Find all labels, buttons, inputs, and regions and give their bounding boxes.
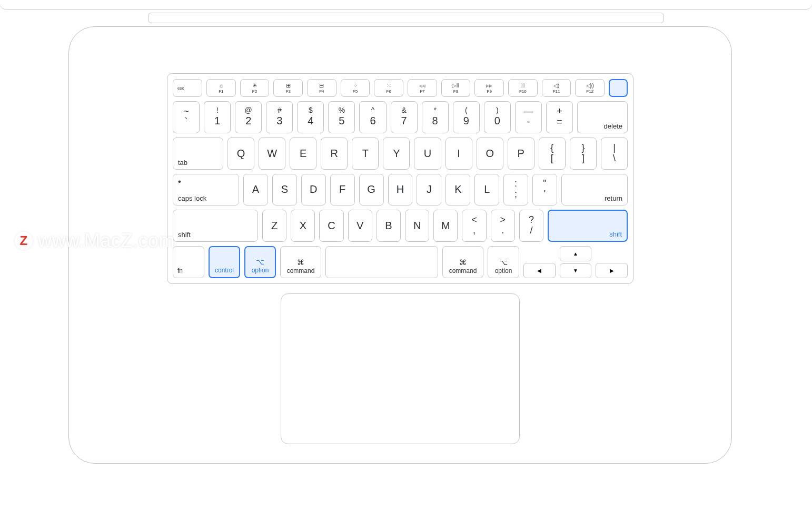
key-e[interactable]: E — [290, 138, 316, 170]
key-bracket-left[interactable]: {[ — [539, 138, 566, 170]
key-z[interactable]: Z — [262, 210, 286, 242]
key-command-left[interactable]: ⌘command — [280, 246, 321, 278]
key-2[interactable]: @2 — [235, 101, 262, 133]
key-comma[interactable]: <, — [462, 210, 486, 242]
key-3[interactable]: #3 — [266, 101, 293, 133]
key-7[interactable]: &7 — [391, 101, 418, 133]
key-control[interactable]: control — [209, 246, 240, 278]
speaker-grille-right — [637, 77, 650, 283]
key-f10[interactable]: ◁⃠F10 — [508, 79, 538, 97]
key-delete[interactable]: delete — [577, 101, 628, 133]
key-command-right[interactable]: ⌘command — [442, 246, 483, 278]
key-y[interactable]: Y — [383, 138, 410, 170]
key-label: F3 — [286, 89, 291, 94]
key-bracket-right[interactable]: }] — [570, 138, 597, 170]
key-spacebar[interactable] — [325, 246, 438, 278]
keyboard: esc ☼F1 ☀F2 ⊞F3 ⊟F4 ⁘F5 ⁙F6 ◃◃F7 ▷IIF8 ▹… — [167, 73, 633, 284]
key-o[interactable]: O — [477, 138, 503, 170]
key-f8[interactable]: ▷IIF8 — [441, 79, 471, 97]
key-shift-left[interactable]: shift — [173, 210, 258, 242]
key-slash[interactable]: ?/ — [519, 210, 543, 242]
key-f11[interactable]: ◁)F11 — [542, 79, 571, 97]
key-label: F8 — [453, 89, 458, 94]
key-q[interactable]: Q — [227, 138, 254, 170]
key-s[interactable]: S — [272, 174, 297, 206]
fast-forward-icon: ▹▹ — [486, 83, 492, 89]
brightness-up-icon: ☀ — [252, 83, 258, 89]
key-h[interactable]: H — [388, 174, 413, 206]
key-r[interactable]: R — [321, 138, 348, 170]
key-f7[interactable]: ◃◃F7 — [408, 79, 437, 97]
key-m[interactable]: M — [433, 210, 458, 242]
key-label: shift — [178, 231, 191, 238]
key-j[interactable]: J — [417, 174, 441, 206]
key-capslock[interactable]: • caps lock — [173, 174, 239, 206]
key-power[interactable] — [609, 79, 628, 97]
key-4[interactable]: $4 — [297, 101, 324, 133]
mute-icon: ◁⃠ — [521, 83, 525, 89]
key-c[interactable]: C — [319, 210, 343, 242]
rewind-icon: ◃◃ — [419, 83, 425, 89]
key-5[interactable]: %5 — [328, 101, 355, 133]
key-label: option — [495, 267, 512, 274]
key-g[interactable]: G — [359, 174, 384, 206]
key-arrow-down[interactable]: ▼ — [560, 263, 592, 278]
key-p[interactable]: P — [508, 138, 534, 170]
key-f3[interactable]: ⊞F3 — [273, 79, 303, 97]
key-f5[interactable]: ⁘F5 — [341, 79, 370, 97]
key-esc[interactable]: esc — [173, 79, 202, 97]
key-backtick[interactable]: ~` — [173, 101, 200, 133]
key-t[interactable]: T — [352, 138, 379, 170]
key-minus[interactable]: —- — [515, 101, 542, 133]
key-f[interactable]: F — [330, 174, 355, 206]
key-label: return — [605, 195, 622, 202]
key-d[interactable]: D — [301, 174, 326, 206]
key-quote[interactable]: "' — [532, 174, 557, 206]
key-f4[interactable]: ⊟F4 — [307, 79, 336, 97]
key-label: command — [287, 267, 315, 274]
key-v[interactable]: V — [348, 210, 372, 242]
key-semicolon[interactable]: :; — [503, 174, 528, 206]
key-label: delete — [604, 123, 622, 130]
key-fn[interactable]: fn — [173, 246, 204, 278]
key-f2[interactable]: ☀F2 — [240, 79, 270, 97]
function-row: esc ☼F1 ☀F2 ⊞F3 ⊟F4 ⁘F5 ⁙F6 ◃◃F7 ▷IIF8 ▹… — [173, 79, 628, 97]
capslock-indicator-icon: • — [178, 178, 181, 186]
key-label: esc — [177, 86, 184, 91]
key-tab[interactable]: tab — [173, 138, 223, 170]
key-x[interactable]: X — [291, 210, 315, 242]
key-label: F10 — [519, 89, 527, 94]
key-1[interactable]: !1 — [204, 101, 231, 133]
key-b[interactable]: B — [377, 210, 401, 242]
key-i[interactable]: I — [445, 138, 472, 170]
key-f12[interactable]: ◁))F12 — [575, 79, 605, 97]
key-0[interactable]: )0 — [484, 101, 511, 133]
key-option-right[interactable]: ⌥option — [488, 246, 519, 278]
key-option-left[interactable]: ⌥option — [244, 246, 276, 278]
key-8[interactable]: *8 — [422, 101, 449, 133]
key-f6[interactable]: ⁙F6 — [374, 79, 403, 97]
key-n[interactable]: N — [405, 210, 429, 242]
key-a[interactable]: A — [243, 174, 268, 206]
trackpad[interactable] — [281, 293, 520, 444]
key-f9[interactable]: ▹▹F9 — [474, 79, 504, 97]
key-6[interactable]: ^6 — [359, 101, 386, 133]
key-k[interactable]: K — [445, 174, 470, 206]
key-label: caps lock — [178, 195, 206, 202]
key-period[interactable]: >. — [491, 210, 515, 242]
key-arrow-left[interactable]: ◀ — [523, 263, 556, 278]
key-l[interactable]: L — [474, 174, 499, 206]
key-f1[interactable]: ☼F1 — [206, 79, 236, 97]
key-w[interactable]: W — [259, 138, 285, 170]
key-arrow-right[interactable]: ▶ — [596, 263, 628, 278]
key-u[interactable]: U — [414, 138, 441, 170]
key-shift-right[interactable]: shift — [548, 210, 628, 242]
key-backslash[interactable]: |\ — [601, 138, 628, 170]
option-icon: ⌥ — [256, 258, 264, 266]
key-label: F2 — [252, 89, 257, 94]
key-9[interactable]: (9 — [453, 101, 480, 133]
key-equals[interactable]: += — [546, 101, 573, 133]
key-arrow-up[interactable]: ▲ — [560, 246, 592, 261]
key-return[interactable]: return — [561, 174, 628, 206]
arrow-right-icon: ▶ — [610, 268, 614, 273]
